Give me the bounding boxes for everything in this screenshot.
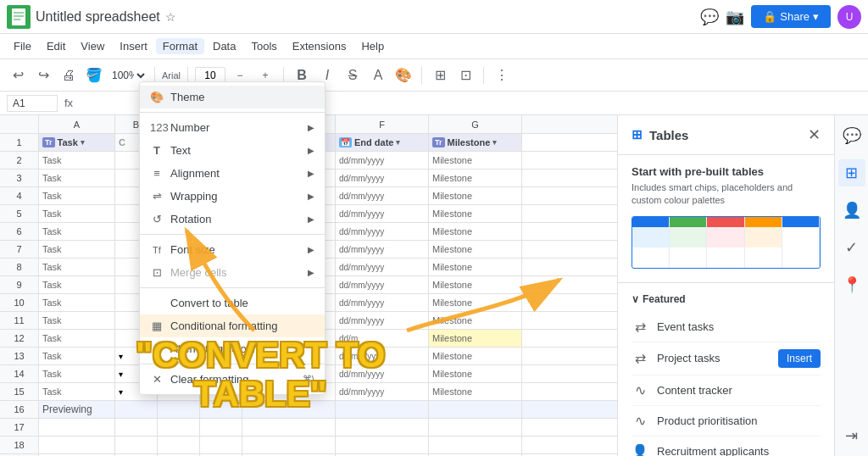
cell-b16[interactable] xyxy=(115,401,158,418)
merge-icon[interactable]: ⊡ xyxy=(454,64,476,86)
insert-button[interactable]: Insert xyxy=(778,349,821,368)
cell-f7[interactable]: dd/mm/yyyy xyxy=(336,241,429,258)
featured-item-product-prioritisation[interactable]: ∿ Product prioritisation xyxy=(632,406,821,437)
print-icon[interactable]: 🖨 xyxy=(58,64,80,86)
cell-a14[interactable]: Task xyxy=(39,365,115,382)
menu-file[interactable]: File xyxy=(7,38,38,54)
row-num-2[interactable]: 2 xyxy=(0,152,39,170)
cell-g1[interactable]: Tr Milestone ▾ xyxy=(429,134,522,151)
row-num-11[interactable]: 11 xyxy=(0,312,39,330)
row-num-1[interactable]: 1 xyxy=(0,134,39,152)
undo-icon[interactable]: ↩ xyxy=(7,64,29,86)
row-num-17[interactable]: 17 xyxy=(0,419,39,437)
paint-icon[interactable]: 🪣 xyxy=(83,64,105,86)
side-icon-expand[interactable]: ⇥ xyxy=(838,422,865,449)
menu-extensions[interactable]: Extensions xyxy=(286,38,353,54)
cell-g3[interactable]: Milestone xyxy=(429,170,522,186)
cell-f13[interactable]: dd/mm/yyyy xyxy=(336,348,429,364)
side-icon-check[interactable]: ✓ xyxy=(838,234,865,261)
cell-f5[interactable]: dd/mm/yyyy xyxy=(336,205,429,222)
cell-e16[interactable] xyxy=(242,401,336,418)
cell-f6[interactable]: dd/mm/yyyy xyxy=(336,223,429,240)
cell-g5[interactable]: Milestone xyxy=(429,205,522,222)
star-icon[interactable]: ☆ xyxy=(165,10,176,24)
row-num-13[interactable]: 13 xyxy=(0,348,39,365)
menu-tools[interactable]: Tools xyxy=(244,38,283,54)
featured-item-project-tasks[interactable]: ⇄ Project tasks Insert xyxy=(632,342,821,375)
col-header-g[interactable]: G xyxy=(429,115,522,133)
cell-g14[interactable]: Milestone xyxy=(429,365,522,382)
menu-edit[interactable]: Edit xyxy=(40,38,72,54)
featured-item-content-tracker[interactable]: ∿ Content tracker xyxy=(632,375,821,406)
cell-a8[interactable]: Task xyxy=(39,259,115,275)
featured-item-event-tasks[interactable]: ⇄ Event tasks xyxy=(632,312,821,342)
font-size-menu-item[interactable]: Tf Font size ▶ xyxy=(140,238,325,261)
cell-c16[interactable] xyxy=(158,401,200,418)
redo-icon[interactable]: ↪ xyxy=(32,64,54,86)
row-num-7[interactable]: 7 xyxy=(0,241,39,259)
cell-f16[interactable] xyxy=(336,401,429,418)
side-icon-chat[interactable]: 💬 xyxy=(838,122,865,149)
text-menu-item[interactable]: T Text ▶ xyxy=(140,139,325,162)
cell-a16[interactable]: Previewing xyxy=(39,401,115,418)
cell-g16[interactable] xyxy=(429,401,522,418)
alternating-colours-menu-item[interactable]: ◑ Alternating colours xyxy=(140,337,325,360)
cell-a4[interactable]: Task xyxy=(39,187,115,204)
cell-f10[interactable]: dd/mm/yyyy xyxy=(336,294,429,311)
rotation-menu-item[interactable]: ↺ Rotation ▶ xyxy=(140,208,325,231)
row-num-10[interactable]: 10 xyxy=(0,294,39,312)
convert-to-table-menu-item[interactable]: Convert to table xyxy=(140,292,325,314)
cell-a7[interactable]: Task xyxy=(39,241,115,258)
cell-d16[interactable] xyxy=(200,401,242,418)
avatar[interactable]: U xyxy=(837,5,861,29)
side-icon-person[interactable]: 👤 xyxy=(838,197,865,224)
row-num-12[interactable]: 12 xyxy=(0,330,39,348)
cell-a3[interactable]: Task xyxy=(39,170,115,186)
cell-a5[interactable]: Task xyxy=(39,205,115,222)
cell-f12[interactable]: dd/m xyxy=(336,330,429,347)
cell-a1[interactable]: Tr Task ▾ xyxy=(39,134,115,151)
col-header-a[interactable]: A xyxy=(39,115,115,133)
row-num-15[interactable]: 15 xyxy=(0,383,39,401)
cell-g7[interactable]: Milestone xyxy=(429,241,522,258)
cell-g15[interactable]: Milestone xyxy=(429,383,522,400)
row-num-6[interactable]: 6 xyxy=(0,223,39,241)
row-num-8[interactable]: 8 xyxy=(0,259,39,276)
cell-a12[interactable]: Task xyxy=(39,330,115,347)
cell-g12[interactable]: Milestone xyxy=(429,330,522,347)
cell-f2[interactable]: dd/mm/yyyy xyxy=(336,152,429,169)
meet-icon[interactable]: 📷 xyxy=(726,8,744,26)
side-icon-map[interactable]: 📍 xyxy=(838,271,865,298)
comments-icon[interactable]: 💬 xyxy=(700,8,719,26)
row-num-3[interactable]: 3 xyxy=(0,170,39,187)
cell-g8[interactable]: Milestone xyxy=(429,259,522,275)
row-num-5[interactable]: 5 xyxy=(0,205,39,223)
cell-reference-input[interactable] xyxy=(7,95,58,112)
col-header-f[interactable]: F xyxy=(336,115,429,133)
cell-f15[interactable]: dd/mm/yyyy xyxy=(336,383,429,400)
row-num-18[interactable]: 18 xyxy=(0,437,39,454)
merge-cells-menu-item[interactable]: ⊡ Merge cells ▶ xyxy=(140,261,325,284)
cell-a2[interactable]: Task xyxy=(39,152,115,169)
cell-g2[interactable]: Milestone xyxy=(429,152,522,169)
theme-menu-item[interactable]: 🎨 Theme xyxy=(140,86,325,108)
zoom-select[interactable]: 100% xyxy=(108,69,147,82)
fill-color-icon[interactable]: 🎨 xyxy=(392,64,415,86)
cell-g6[interactable]: Milestone xyxy=(429,223,522,240)
cell-f4[interactable]: dd/mm/yyyy xyxy=(336,187,429,204)
cell-a9[interactable]: Task xyxy=(39,276,115,293)
cell-f3[interactable]: dd/mm/yyyy xyxy=(336,170,429,186)
cell-a13[interactable]: Task xyxy=(39,348,115,364)
cell-g4[interactable]: Milestone xyxy=(429,187,522,204)
featured-item-recruitment[interactable]: 👤 Recruitment applicants xyxy=(632,437,821,456)
more-icon[interactable]: ⋮ xyxy=(491,64,513,86)
strikethrough-icon[interactable]: S xyxy=(342,64,364,86)
cell-g9[interactable]: Milestone xyxy=(429,276,522,293)
cell-a10[interactable]: Task xyxy=(39,294,115,311)
cell-f1[interactable]: 📅 End date ▾ xyxy=(336,134,429,151)
cell-a6[interactable]: Task xyxy=(39,223,115,240)
conditional-formatting-menu-item[interactable]: ▦ Conditional formatting xyxy=(140,314,325,337)
menu-data[interactable]: Data xyxy=(206,38,242,54)
row-num-4[interactable]: 4 xyxy=(0,187,39,205)
wrapping-menu-item[interactable]: ⇌ Wrapping ▶ xyxy=(140,185,325,208)
